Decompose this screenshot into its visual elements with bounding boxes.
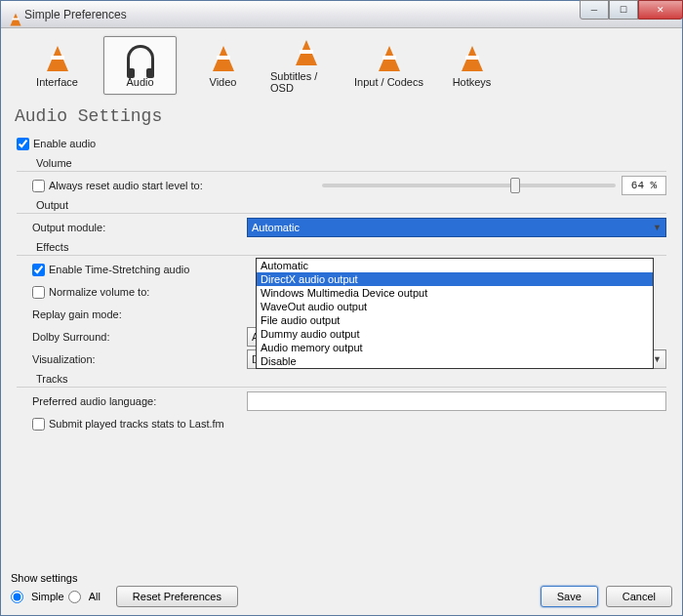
close-button[interactable]: ✕ — [638, 0, 683, 20]
titlebar: Simple Preferences ─ ☐ ✕ — [1, 1, 682, 28]
volume-slider[interactable] — [322, 184, 616, 187]
output-group-label: Output — [20, 199, 666, 211]
page-title: Audio Settings — [15, 106, 672, 126]
dropdown-option[interactable]: File audio output — [257, 313, 653, 327]
dropdown-option[interactable]: Dummy audio output — [257, 327, 653, 341]
tab-input-codecs[interactable]: Input / Codecs — [352, 36, 425, 95]
show-settings-label: Show settings — [11, 572, 238, 584]
tab-hotkeys[interactable]: Hotkeys — [435, 36, 508, 95]
output-module-dropdown[interactable]: Automatic DirectX audio output Windows M… — [256, 258, 654, 369]
tab-audio[interactable]: Audio — [103, 36, 177, 95]
tracks-group-label: Tracks — [20, 373, 666, 385]
time-stretch-label: Enable Time-Stretching audio — [49, 264, 189, 275]
show-simple-radio[interactable] — [11, 591, 23, 603]
dropdown-option[interactable]: Audio memory output — [257, 341, 653, 354]
enable-audio-label: Enable audio — [33, 138, 96, 149]
dropdown-option[interactable]: Automatic — [257, 259, 653, 272]
maximize-button[interactable]: ☐ — [609, 0, 638, 20]
dropdown-option[interactable]: Windows Multimedia Device output — [257, 286, 653, 300]
minimize-button[interactable]: ─ — [580, 0, 609, 20]
chevron-down-icon: ▼ — [653, 223, 662, 232]
visualization-label: Visualization: — [32, 353, 247, 365]
preferences-window: Simple Preferences ─ ☐ ✕ Interface Audio… — [0, 0, 683, 616]
lastfm-checkbox[interactable] — [32, 418, 45, 431]
replay-gain-label: Replay gain mode: — [32, 308, 247, 320]
dropdown-option[interactable]: DirectX audio output — [257, 272, 653, 286]
reset-volume-checkbox[interactable] — [32, 180, 45, 192]
tab-interface[interactable]: Interface — [20, 36, 94, 95]
cone-icon — [208, 43, 239, 74]
normalize-label: Normalize volume to: — [49, 286, 149, 298]
category-tabs: Interface Audio Video Subtitles / OSD In… — [11, 32, 672, 101]
pref-lang-input[interactable] — [247, 391, 666, 411]
lastfm-label: Submit played tracks stats to Last.fm — [49, 418, 224, 430]
tab-subtitles[interactable]: Subtitles / OSD — [269, 36, 342, 95]
time-stretch-checkbox[interactable] — [32, 264, 45, 276]
cancel-button[interactable]: Cancel — [606, 586, 672, 607]
effects-group-label: Effects — [20, 241, 666, 253]
reset-preferences-button[interactable]: Reset Preferences — [116, 586, 238, 607]
enable-audio-checkbox[interactable] — [17, 138, 29, 150]
output-module-combo[interactable]: Automatic ▼ — [247, 218, 666, 237]
dolby-label: Dolby Surround: — [32, 331, 247, 343]
normalize-checkbox[interactable] — [32, 286, 45, 299]
save-button[interactable]: Save — [541, 586, 598, 607]
cone-icon — [42, 43, 73, 74]
cone-icon — [291, 37, 322, 68]
pref-lang-label: Preferred audio language: — [32, 395, 247, 407]
app-icon — [5, 7, 20, 22]
output-module-label: Output module: — [32, 222, 247, 233]
dropdown-option[interactable]: Disable — [257, 354, 653, 368]
tab-video[interactable]: Video — [186, 36, 260, 95]
dropdown-option[interactable]: WaveOut audio output — [257, 300, 653, 313]
chevron-down-icon: ▼ — [653, 354, 662, 364]
headphones-icon — [125, 43, 156, 74]
cone-icon — [374, 43, 405, 74]
reset-volume-label: Always reset audio start level to: — [49, 180, 322, 191]
show-all-radio[interactable] — [68, 591, 81, 603]
volume-group-label: Volume — [20, 157, 666, 169]
volume-percent: 64 % — [622, 176, 666, 195]
cone-icon — [457, 43, 488, 74]
